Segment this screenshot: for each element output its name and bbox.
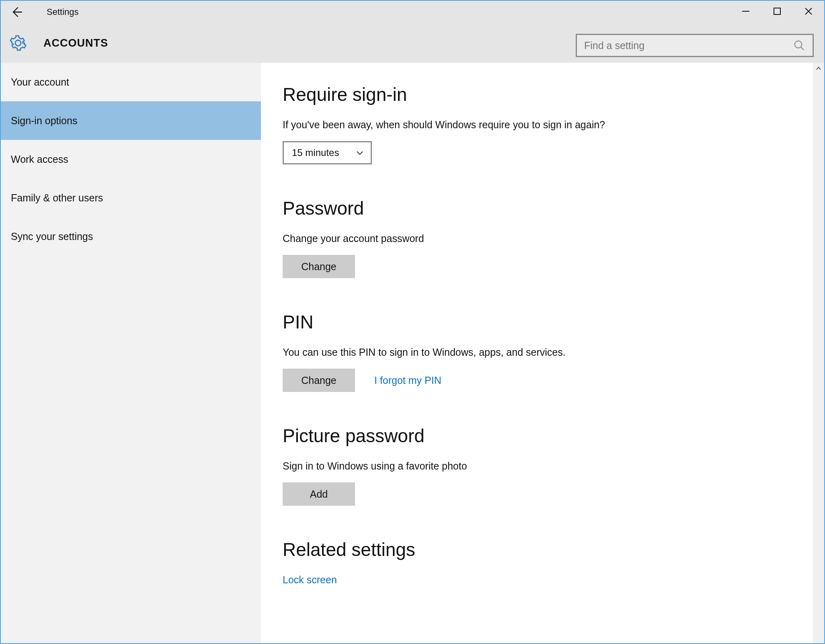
pin-heading: PIN [283, 311, 824, 333]
picture-password-desc: Sign in to Windows using a favorite phot… [283, 460, 824, 472]
settings-window: Settings ACCOUNTS Your account Sign-in [0, 0, 825, 644]
arrow-left-icon [10, 6, 23, 18]
password-section: Password Change your account password Ch… [283, 197, 824, 278]
related-settings-section: Related settings Lock screen [283, 539, 824, 586]
pin-section: PIN You can use this PIN to sign in to W… [283, 311, 824, 392]
svg-point-4 [795, 41, 802, 48]
minimize-button[interactable] [730, 1, 761, 22]
back-button[interactable] [6, 1, 27, 23]
pin-desc: You can use this PIN to sign in to Windo… [283, 347, 824, 358]
chevron-down-icon [355, 148, 364, 157]
category-title: ACCOUNTS [43, 37, 108, 49]
picture-password-heading: Picture password [283, 425, 824, 447]
svg-rect-1 [774, 8, 780, 14]
category-header: ACCOUNTS [1, 23, 824, 63]
search-icon [793, 39, 805, 51]
titlebar: Settings [1, 1, 824, 23]
search-input[interactable] [584, 40, 793, 51]
body: Your account Sign-in options Work access… [1, 63, 824, 643]
vertical-scrollbar[interactable] [813, 63, 824, 643]
picture-password-section: Picture password Sign in to Windows usin… [283, 425, 824, 506]
sidebar: Your account Sign-in options Work access… [1, 63, 261, 643]
password-change-button[interactable]: Change [283, 255, 355, 278]
gear-icon [10, 35, 27, 51]
sidebar-item-work-access[interactable]: Work access [1, 140, 261, 178]
require-signin-desc: If you've been away, when should Windows… [283, 119, 824, 131]
require-signin-selected: 15 minutes [292, 147, 347, 158]
sidebar-item-sign-in-options[interactable]: Sign-in options [1, 101, 261, 140]
sidebar-item-family-other-users[interactable]: Family & other users [1, 178, 261, 217]
maximize-icon [773, 7, 781, 15]
related-settings-heading: Related settings [283, 539, 824, 560]
pin-change-button[interactable]: Change [283, 369, 355, 392]
picture-password-add-button[interactable]: Add [283, 482, 355, 506]
minimize-icon [741, 7, 750, 16]
content-panel: Require sign-in If you've been away, whe… [261, 63, 824, 643]
require-signin-heading: Require sign-in [283, 84, 824, 105]
search-box[interactable] [576, 34, 814, 57]
chevron-up-icon [815, 65, 822, 72]
close-button[interactable] [793, 1, 824, 22]
require-signin-dropdown[interactable]: 15 minutes [283, 141, 372, 164]
svg-line-5 [801, 47, 804, 50]
password-desc: Change your account password [283, 233, 824, 244]
password-heading: Password [283, 197, 824, 219]
lock-screen-link[interactable]: Lock screen [283, 574, 337, 585]
maximize-button[interactable] [761, 1, 793, 22]
require-signin-section: Require sign-in If you've been away, whe… [283, 84, 824, 164]
close-icon [804, 7, 813, 16]
scroll-up-button[interactable] [813, 63, 824, 74]
sidebar-item-sync-your-settings[interactable]: Sync your settings [1, 217, 261, 256]
window-controls [730, 1, 824, 22]
sidebar-item-your-account[interactable]: Your account [1, 63, 261, 101]
forgot-pin-link[interactable]: I forgot my PIN [374, 375, 441, 386]
window-title: Settings [47, 7, 79, 17]
